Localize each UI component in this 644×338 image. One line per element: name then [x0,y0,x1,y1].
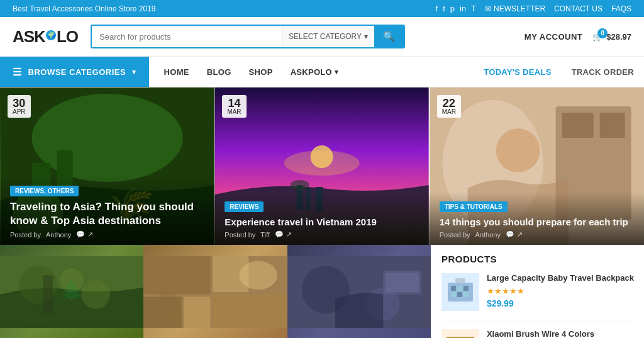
hero-date-1: 30 APR [8,95,31,118]
hero-title-2: Experience travel in Vietnam 2019 [225,216,419,228]
hero-meta-2: Posted by Tiff 💬 ↗ [225,230,419,239]
svg-rect-47 [455,278,465,283]
svg-rect-46 [464,292,469,297]
linkedin-icon[interactable]: in [460,4,466,13]
hero-share-icons-2: 💬 ↗ [275,230,292,239]
my-account-button[interactable]: MY ACCOUNT [525,32,582,42]
bottom-image-1[interactable]: 🌲 [0,245,143,338]
hero-category-2: REVIEWS [225,201,264,212]
product-image-1 [441,273,479,311]
svg-rect-42 [457,286,462,291]
search-button[interactable]: 🔍 [374,26,404,47]
product-stars-1: ★★★★★ [487,286,634,296]
svg-point-19 [496,128,540,172]
faqs-link[interactable]: FAQS [611,4,631,13]
facebook-icon[interactable]: f [436,4,438,13]
svg-rect-17 [599,113,625,138]
social-links: f t p in T [436,4,477,13]
contact-link[interactable]: CONTACT US [554,4,602,13]
bottom-section: 🌲 PRODUCTS [0,245,644,338]
pinterest-icon[interactable]: p [450,4,455,13]
svg-rect-41 [451,286,456,291]
hero-share-icons-3: 💬 ↗ [506,230,523,239]
hero-card-3-overlay: TIPS & TUTORIALS 14 things you should pr… [430,192,644,245]
comment-icon-1: 💬 [76,230,85,239]
bottom-image-3[interactable] [287,245,431,338]
search-category-dropdown[interactable]: SELECT CATEGORY ▾ [282,27,374,46]
announcement: Best Travel Accessories Online Store 201… [13,4,155,13]
product-info-1: Large Capacity Baby Travel Backpack ★★★★… [487,273,634,308]
svg-rect-38 [386,273,419,292]
nav-bar: ☰ BROWSE CATEGORIES ▾ HOME BLOG SHOP ASK… [0,57,644,87]
product-price-1: $29.99 [487,298,634,308]
svg-rect-43 [464,286,469,291]
top-bar-right: f t p in T ✉ NEWSLETTER CONTACT US FAQS [436,4,632,13]
cart-badge: 0 [597,28,608,38]
cart-price: $28.97 [606,32,631,42]
svg-rect-24 [43,275,52,313]
svg-rect-16 [562,113,593,138]
logo-icon: 🌍 [46,30,56,40]
svg-rect-48 [441,329,479,338]
track-order-link[interactable]: TRACK ORDER [562,57,644,87]
share-icon-2: ↗ [286,230,292,239]
telegram-icon[interactable]: T [471,4,476,13]
nav-links: HOME BLOG SHOP ASKPOLO ▾ [149,57,354,87]
category-label: SELECT CATEGORY [289,32,362,41]
svg-rect-45 [457,292,462,297]
hero-card-2-overlay: REVIEWS Experience travel in Vietnam 201… [214,192,429,245]
top-bar: Best Travel Accessories Online Store 201… [0,0,644,17]
browse-categories-label: BROWSE CATEGORIES [28,67,126,77]
cart-button[interactable]: 🛒 0 $28.97 [592,32,631,42]
hero-share-icons-1: 💬 ↗ [76,230,93,239]
bottom-image-2[interactable] [143,245,287,338]
nav-askpolo[interactable]: ASKPOLO ▾ [282,57,348,87]
svg-point-12 [291,180,309,190]
product-info-2: Xiaomi Brush Wire 4 Colors ★★★★★ $19.99 [487,329,634,338]
chevron-down-icon: ▾ [364,32,368,41]
cart-icon-wrap: 🛒 0 [592,32,602,42]
hero-card-2[interactable]: 14 MAR REVIEWS Experience travel in Viet… [214,87,429,245]
todays-deals-link[interactable]: TODAY'S DEALS [474,57,561,87]
hero-card-1[interactable]: 🌾 30 APR REVIEWS, OTHERS Traveling to As… [0,87,214,245]
svg-rect-29 [184,297,211,328]
products-sidebar: PRODUCTS Large Capacity Baby Travel Back… [431,245,644,338]
svg-rect-33 [239,261,277,290]
hero-card-3[interactable]: 22 MAR TIPS & TUTORIALS 14 things you sh… [430,87,644,245]
newsletter-link[interactable]: ✉ NEWSLETTER [485,4,545,13]
product-item-1[interactable]: Large Capacity Baby Travel Backpack ★★★★… [441,273,634,320]
hero-category-1: REVIEWS, OTHERS [10,186,79,196]
nav-right: TODAY'S DEALS TRACK ORDER [474,57,644,87]
header: ASK🌍LO SELECT CATEGORY ▾ 🔍 MY ACCOUNT 🛒 … [0,17,644,57]
hero-title-3: 14 things you should prepare for each tr… [440,216,634,228]
hero-meta-1: Posted by Anthony 💬 ↗ [10,230,204,239]
product-name-1: Large Capacity Baby Travel Backpack [487,273,634,284]
hero-card-1-overlay: REVIEWS, OTHERS Traveling to Asia? Thing… [0,176,214,245]
svg-point-8 [311,145,333,168]
nav-blog[interactable]: BLOG [198,57,240,87]
share-icon-1: ↗ [87,230,93,239]
product-item-2[interactable]: Xiaomi Brush Wire 4 Colors ★★★★★ $19.99 [441,329,634,338]
product-image-2 [441,329,479,338]
svg-rect-44 [451,292,456,297]
nav-home[interactable]: HOME [155,57,198,87]
twitter-icon[interactable]: t [443,4,445,13]
svg-point-32 [155,292,179,316]
products-title: PRODUCTS [441,254,634,264]
browse-categories-button[interactable]: ☰ BROWSE CATEGORIES ▾ [0,57,149,87]
hero-date-3: 22 MAR [437,95,461,118]
hero-title-1: Traveling to Asia? Thing you should know… [10,200,204,228]
product-name-2: Xiaomi Brush Wire 4 Colors [487,329,634,338]
comment-icon-3: 💬 [506,230,514,239]
top-links: ✉ NEWSLETTER CONTACT US FAQS [485,4,631,13]
search-bar: SELECT CATEGORY ▾ 🔍 [91,25,405,48]
askpolo-chevron-icon: ▾ [335,68,338,76]
search-input[interactable] [92,27,282,47]
hero-grid: 🌾 30 APR REVIEWS, OTHERS Traveling to As… [0,87,644,245]
svg-point-22 [81,280,110,309]
hero-meta-3: Posted by Anthony 💬 ↗ [440,230,634,239]
hero-date-2: 14 MAR [222,95,246,118]
nav-shop[interactable]: SHOP [240,57,282,87]
comment-icon-2: 💬 [275,230,284,239]
logo[interactable]: ASK🌍LO [13,27,78,47]
